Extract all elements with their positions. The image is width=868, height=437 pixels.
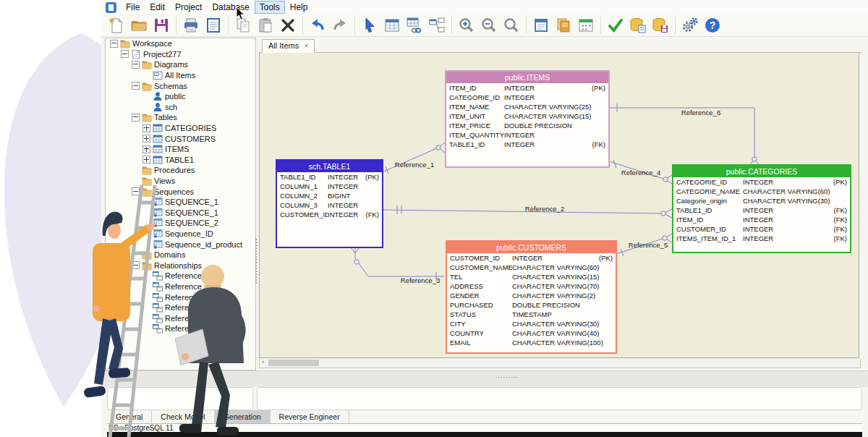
tree-item-public[interactable]: public <box>106 91 255 102</box>
menu-item-file[interactable]: File <box>121 1 145 14</box>
er-column-key <box>605 102 608 111</box>
menu-item-project[interactable]: Project <box>170 1 207 14</box>
reference-reference_6[interactable]: Reference_6 <box>607 103 759 164</box>
toolbar-group <box>182 16 223 35</box>
menu-item-edit[interactable]: Edit <box>145 1 170 14</box>
tree-item-table1[interactable]: TABLE1 <box>106 155 255 166</box>
er-column-name: GENDER <box>447 291 512 300</box>
reference-reference_2[interactable]: Reference_2 <box>380 205 672 218</box>
er-column-row: ITEM_QUANTITYINTEGER <box>446 130 608 140</box>
diagram-tab-strip: All Items × <box>259 38 861 53</box>
expander-minus-icon[interactable] <box>132 114 140 122</box>
er-column-name: EMAIL <box>447 338 512 347</box>
expander-minus-icon[interactable] <box>132 61 140 69</box>
expander-minus-icon[interactable] <box>110 40 118 48</box>
er-table-public-customers[interactable]: public.CUSTOMERSCUSTOMER_IDINTEGER(PK)CU… <box>446 240 617 354</box>
table-icon <box>153 155 163 165</box>
er-column-name: ITEM_ID <box>673 215 743 224</box>
table-grid-icon[interactable] <box>383 16 401 35</box>
reference-reference_4[interactable]: Reference_4 <box>607 160 672 184</box>
er-column-key: (FK) <box>834 215 850 224</box>
reference-reference_1[interactable]: Reference_1 <box>380 143 445 174</box>
er-column-name: CATEGORIE_ID <box>446 93 504 102</box>
tree-item-diagrams[interactable]: Diagrams <box>106 59 255 70</box>
database-script-icon[interactable] <box>629 16 647 35</box>
er-table-sch-table1[interactable]: sch.TABLE1TABLE1_IDINTEGER(PK)COLUMN_1IN… <box>276 159 383 248</box>
delete-icon[interactable] <box>278 16 297 35</box>
diagram-view-icon[interactable] <box>427 16 446 35</box>
expander-plus-icon[interactable] <box>142 156 150 164</box>
er-column-type: INTEGER <box>504 93 605 102</box>
tree-item-customers[interactable]: CUSTOMERS <box>106 133 255 144</box>
save-icon[interactable] <box>152 16 171 35</box>
er-column-name: TABLE1_ID <box>673 205 743 215</box>
pages-icon[interactable] <box>554 16 573 35</box>
database-save-icon[interactable] <box>651 16 670 35</box>
tree-item-all-items[interactable]: All Items <box>106 70 255 81</box>
open-folder-icon[interactable] <box>129 16 148 35</box>
close-icon[interactable]: × <box>304 43 308 49</box>
toolbar-group <box>606 16 670 35</box>
tree-item-workspace[interactable]: Workspace <box>106 38 255 49</box>
splitter-handle[interactable]: ......... <box>495 372 519 379</box>
pointer-icon[interactable] <box>360 16 379 35</box>
tab-all-items[interactable]: All Items × <box>262 39 315 53</box>
expander-minus-icon[interactable] <box>132 82 140 90</box>
tree-item-schemas[interactable]: Schemas <box>106 80 255 91</box>
report-icon[interactable] <box>204 16 223 35</box>
expander-plus-icon[interactable] <box>142 135 150 143</box>
er-table-header[interactable]: sch.TABLE1 <box>277 161 382 172</box>
er-column-name: STATUS <box>447 310 512 319</box>
tree-item-items[interactable]: ITEMS <box>106 144 255 155</box>
tree-item-categories[interactable]: CATEGORIES <box>106 123 255 134</box>
er-table-header[interactable]: public.CUSTOMERS <box>447 242 616 253</box>
er-column-name: CATEGORIE_ID <box>673 177 743 187</box>
er-column-name: CUSTOMER_ID <box>277 210 328 219</box>
expander-minus-icon[interactable] <box>121 50 129 58</box>
expander-plus-icon[interactable] <box>142 124 150 132</box>
print-icon[interactable] <box>182 16 200 35</box>
document-icon[interactable] <box>532 16 550 35</box>
er-column-key <box>613 281 616 291</box>
tree-item-project277[interactable]: Project277 <box>106 49 255 60</box>
menu-item-database[interactable]: Database <box>207 1 254 14</box>
canvas-horizontal-scrollbar[interactable]: ‹ <box>259 358 861 368</box>
bottom-tab-reverse-engineer[interactable]: Reverse Engineer <box>271 410 349 423</box>
tree-item-tables[interactable]: Tables <box>106 112 255 123</box>
tree-item-label: sch <box>165 103 177 111</box>
zoom-out-icon[interactable] <box>480 16 498 35</box>
er-column-key <box>613 338 616 347</box>
folder-icon <box>142 81 152 91</box>
reference-reference_5[interactable]: Reference_5 <box>614 234 672 256</box>
er-table-public-categories[interactable]: public.CATEGORIESCATEGORIE_IDINTEGER(PK)… <box>672 164 851 253</box>
er-table-header[interactable]: public.CATEGORIES <box>673 166 850 177</box>
menu-item-help[interactable]: Help <box>285 1 313 14</box>
help-icon[interactable]: ? <box>703 16 722 35</box>
new-document-icon[interactable] <box>107 16 126 35</box>
reference-reference_3[interactable]: Reference_3 <box>351 247 444 284</box>
er-column-type: CHARACTER VARYING(100) <box>512 338 613 347</box>
user-icon <box>153 102 163 112</box>
table-link-icon[interactable] <box>405 16 424 35</box>
expander-plus-icon[interactable] <box>142 145 150 153</box>
menu-item-tools[interactable]: Tools <box>255 1 285 14</box>
form-grid-icon[interactable] <box>576 16 595 35</box>
settings-gears-icon[interactable] <box>681 16 699 35</box>
scrollbar-thumb[interactable] <box>268 360 319 366</box>
er-diagram-canvas[interactable]: Reference_1Reference_2Reference_3Referen… <box>259 53 859 358</box>
er-column-key <box>605 93 608 102</box>
paste-icon[interactable] <box>256 16 275 35</box>
illustration-people <box>65 166 268 437</box>
er-table-header[interactable]: public.ITEMS <box>446 72 608 83</box>
tree-item-sch[interactable]: sch <box>106 102 255 113</box>
toolbar-separator <box>228 17 229 34</box>
undo-icon[interactable] <box>308 16 327 35</box>
zoom-icon[interactable] <box>502 16 521 35</box>
er-column-name: CUSTOMER_ID <box>673 224 743 234</box>
zoom-in-icon[interactable] <box>457 16 476 35</box>
er-table-public-items[interactable]: public.ITEMSITEM_IDINTEGER(PK)CATEGORIE_… <box>445 70 610 168</box>
redo-icon[interactable] <box>331 16 349 35</box>
validate-check-icon[interactable] <box>606 16 625 35</box>
toolbar-group <box>532 16 595 35</box>
er-column-key <box>613 310 616 319</box>
